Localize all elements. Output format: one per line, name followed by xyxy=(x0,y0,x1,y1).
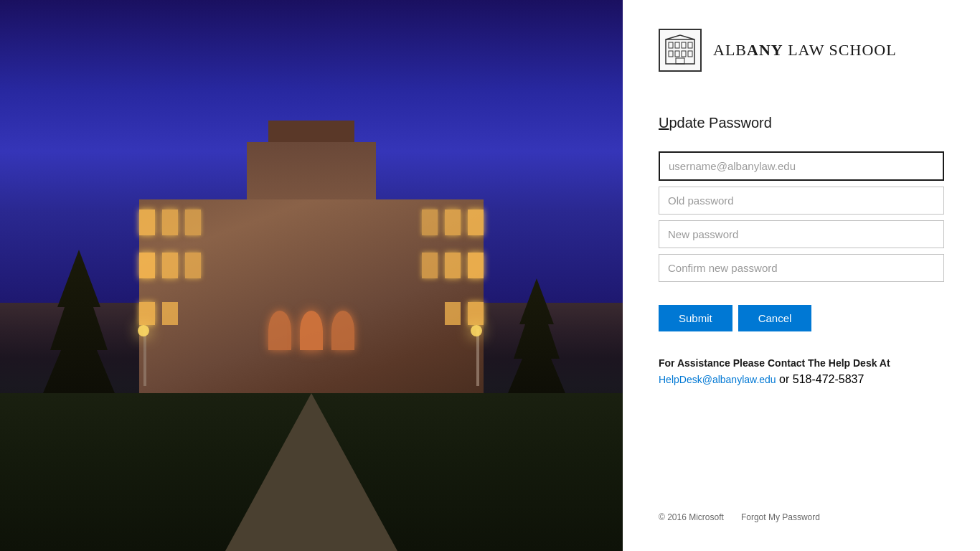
svg-rect-0 xyxy=(666,39,694,64)
right-panel: ALBANY LAW SCHOOL Update Password Submit… xyxy=(623,0,980,551)
confirm-password-field[interactable] xyxy=(659,254,944,282)
forgot-password-link[interactable]: Forgot My Password xyxy=(741,512,820,522)
svg-rect-1 xyxy=(669,42,673,48)
username-field[interactable] xyxy=(659,151,944,181)
footer: © 2016 Microsoft Forgot My Password xyxy=(659,498,944,522)
logo-svg xyxy=(664,34,697,67)
copyright: © 2016 Microsoft xyxy=(659,512,724,522)
help-phone-prefix: or xyxy=(779,373,793,385)
old-password-field[interactable] xyxy=(659,187,944,215)
svg-line-10 xyxy=(666,35,680,39)
help-phone: 518-472-5837 xyxy=(793,373,864,385)
help-heading: For Assistance Please Contact The Help D… xyxy=(659,357,944,369)
new-password-field[interactable] xyxy=(659,220,944,248)
buttons-row: Submit Cancel xyxy=(659,305,944,331)
svg-rect-6 xyxy=(675,51,679,57)
cancel-button[interactable]: Cancel xyxy=(738,305,812,331)
svg-rect-3 xyxy=(682,42,686,48)
help-email-link[interactable]: HelpDesk@albanylaw.edu xyxy=(659,373,779,385)
hero-image xyxy=(0,0,623,551)
streetlight-right xyxy=(476,329,479,386)
svg-rect-4 xyxy=(688,42,692,48)
svg-rect-5 xyxy=(669,51,673,57)
svg-rect-9 xyxy=(676,58,684,64)
page-title: Update Password xyxy=(659,115,944,131)
svg-rect-7 xyxy=(682,51,686,57)
svg-rect-8 xyxy=(688,51,692,57)
streetlight-left xyxy=(143,329,146,386)
svg-line-11 xyxy=(680,35,694,39)
logo-text: ALBANY LAW SCHOOL xyxy=(713,41,897,60)
logo-area: ALBANY LAW SCHOOL xyxy=(659,29,944,72)
submit-button[interactable]: Submit xyxy=(659,305,732,331)
logo-icon xyxy=(659,29,702,72)
help-text: For Assistance Please Contact The Help D… xyxy=(659,357,944,386)
svg-rect-2 xyxy=(675,42,679,48)
form-section: Update Password Submit Cancel For Assist… xyxy=(659,115,944,498)
